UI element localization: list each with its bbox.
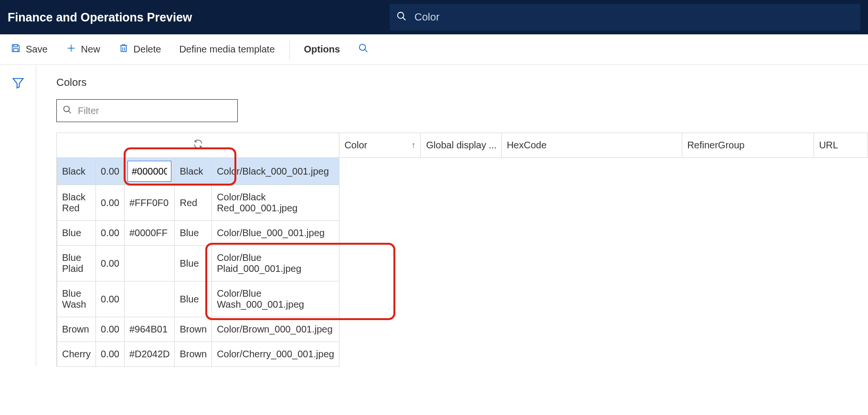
column-color-label: Color bbox=[344, 140, 367, 151]
column-refinergroup[interactable]: RefinerGroup bbox=[682, 133, 814, 158]
grid-filter-box[interactable] bbox=[56, 99, 238, 122]
table-row[interactable]: Blue0.00#0000FFBlueColor/Blue_000_001.jp… bbox=[57, 221, 339, 246]
cell-url[interactable]: Color/Black Red_000_001.jpeg bbox=[212, 185, 339, 221]
column-url[interactable]: URL bbox=[814, 133, 868, 158]
cell-global-display[interactable]: 0.00 bbox=[96, 317, 125, 342]
column-color[interactable]: Color ↑ bbox=[339, 133, 421, 158]
new-button-label: New bbox=[81, 44, 100, 55]
column-global-display[interactable]: Global display ... bbox=[421, 133, 502, 158]
cell-hexcode[interactable] bbox=[124, 281, 175, 317]
save-button-label: Save bbox=[26, 44, 48, 55]
column-gdo-label: Global display ... bbox=[426, 140, 497, 150]
cell-color[interactable]: Blue bbox=[57, 221, 96, 246]
cell-global-display[interactable]: 0.00 bbox=[96, 158, 125, 185]
funnel-icon bbox=[11, 84, 25, 91]
delete-button[interactable]: Delete bbox=[115, 40, 165, 59]
cell-hexcode[interactable]: #D2042D bbox=[124, 342, 175, 367]
cell-hexcode[interactable]: #964B01 bbox=[124, 317, 175, 342]
cell-color[interactable]: Cherry bbox=[57, 342, 96, 367]
colors-table: Color ↑ Global display ... HexCode Refin… bbox=[56, 133, 868, 367]
save-icon bbox=[11, 43, 21, 56]
table-row[interactable]: Black0.00BlackColor/Black_000_001.jpeg bbox=[57, 158, 339, 185]
cell-url[interactable]: Color/Blue Wash_000_001.jpeg bbox=[212, 281, 339, 317]
svg-point-8 bbox=[360, 44, 366, 51]
app-header: Finance and Operations Preview bbox=[0, 0, 868, 34]
search-icon bbox=[63, 105, 78, 117]
svg-line-1 bbox=[403, 17, 406, 20]
column-hexcode[interactable]: HexCode bbox=[502, 133, 682, 158]
refresh-icon bbox=[193, 141, 203, 151]
global-search-box[interactable] bbox=[390, 4, 860, 31]
define-media-label: Define media template bbox=[179, 44, 275, 55]
divider bbox=[289, 40, 290, 59]
cell-refinergroup[interactable]: Blue bbox=[175, 281, 212, 317]
cell-color[interactable]: Blue Wash bbox=[57, 281, 96, 317]
grid-filter-input[interactable] bbox=[78, 105, 232, 116]
cell-hexcode[interactable]: #0000FF bbox=[124, 221, 175, 246]
filter-pane-button[interactable] bbox=[11, 76, 25, 91]
sort-ascending-icon: ↑ bbox=[411, 140, 415, 150]
delete-button-label: Delete bbox=[134, 44, 161, 55]
svg-line-11 bbox=[69, 111, 71, 113]
svg-rect-2 bbox=[13, 45, 17, 47]
cell-hexcode[interactable] bbox=[124, 246, 175, 281]
svg-line-9 bbox=[365, 50, 368, 52]
svg-rect-3 bbox=[13, 49, 18, 52]
filter-sidebar bbox=[0, 65, 36, 367]
refresh-column[interactable] bbox=[57, 133, 339, 158]
section-title: Colors bbox=[56, 76, 868, 89]
cell-refinergroup[interactable]: Red bbox=[175, 185, 212, 221]
options-button[interactable]: Options bbox=[300, 41, 344, 58]
svg-point-0 bbox=[398, 12, 404, 18]
cell-color[interactable]: Black bbox=[57, 158, 96, 185]
cell-refinergroup[interactable]: Blue bbox=[175, 221, 212, 246]
cell-refinergroup[interactable]: Black bbox=[175, 158, 212, 185]
table-row[interactable]: Black Red0.00#FFF0F0RedColor/Black Red_0… bbox=[57, 185, 339, 221]
new-button[interactable]: New bbox=[62, 40, 104, 59]
cell-url[interactable]: Color/Brown_000_001.jpeg bbox=[212, 317, 339, 342]
cell-global-display[interactable]: 0.00 bbox=[96, 246, 125, 281]
cell-url[interactable]: Color/Blue Plaid_000_001.jpeg bbox=[212, 246, 339, 281]
plus-icon bbox=[66, 43, 76, 56]
define-media-button[interactable]: Define media template bbox=[175, 41, 278, 58]
cell-global-display[interactable]: 0.00 bbox=[96, 342, 125, 367]
search-input[interactable] bbox=[414, 11, 854, 23]
cell-url[interactable]: Color/Black_000_001.jpeg bbox=[212, 158, 339, 185]
column-refiner-label: RefinerGroup bbox=[687, 140, 744, 150]
action-bar: Save New Delete Define media template Op… bbox=[0, 34, 868, 65]
column-hex-label: HexCode bbox=[507, 140, 546, 150]
column-url-label: URL bbox=[819, 140, 838, 150]
content-area: Colors bbox=[36, 65, 868, 367]
cell-url[interactable]: Color/Cherry_000_001.jpeg bbox=[212, 342, 339, 367]
options-label: Options bbox=[304, 44, 340, 55]
save-button[interactable]: Save bbox=[7, 40, 52, 59]
table-row[interactable]: Blue Plaid0.00BlueColor/Blue Plaid_000_0… bbox=[57, 246, 339, 281]
cell-color[interactable]: Black Red bbox=[57, 185, 96, 221]
search-icon bbox=[358, 43, 369, 56]
cell-global-display[interactable]: 0.00 bbox=[96, 185, 125, 221]
cell-global-display[interactable]: 0.00 bbox=[96, 221, 125, 246]
find-button[interactable] bbox=[354, 40, 372, 59]
cell-color[interactable]: Brown bbox=[57, 317, 96, 342]
hexcode-input[interactable] bbox=[127, 161, 172, 182]
svg-point-10 bbox=[64, 106, 70, 112]
cell-global-display[interactable]: 0.00 bbox=[96, 281, 125, 317]
search-icon bbox=[396, 11, 414, 24]
app-title: Finance and Operations Preview bbox=[8, 10, 390, 24]
trash-icon bbox=[118, 43, 129, 56]
cell-hexcode[interactable]: #FFF0F0 bbox=[124, 185, 175, 221]
table-row[interactable]: Blue Wash0.00BlueColor/Blue Wash_000_001… bbox=[57, 281, 339, 317]
table-header-row: Color ↑ Global display ... HexCode Refin… bbox=[57, 133, 868, 158]
cell-url[interactable]: Color/Blue_000_001.jpeg bbox=[212, 221, 339, 246]
cell-refinergroup[interactable]: Brown bbox=[175, 317, 212, 342]
cell-refinergroup[interactable]: Brown bbox=[175, 342, 212, 367]
cell-color[interactable]: Blue Plaid bbox=[57, 246, 96, 281]
cell-hexcode[interactable] bbox=[124, 158, 175, 185]
cell-refinergroup[interactable]: Blue bbox=[175, 246, 212, 281]
table-row[interactable]: Cherry0.00#D2042DBrownColor/Cherry_000_0… bbox=[57, 342, 339, 367]
table-row[interactable]: Brown0.00#964B01BrownColor/Brown_000_001… bbox=[57, 317, 339, 342]
